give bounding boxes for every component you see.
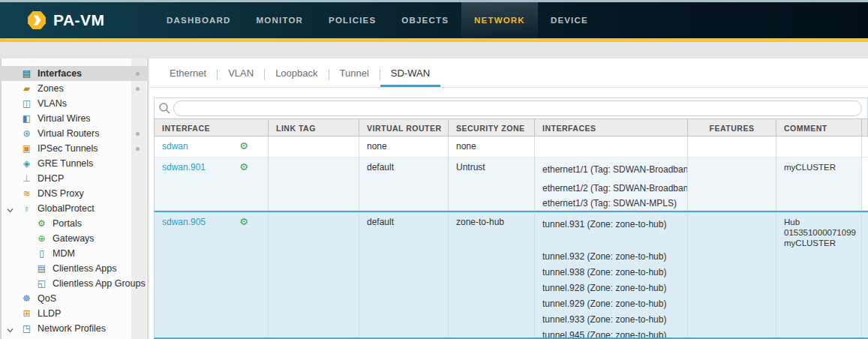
- table-header-row: INTERFACELINK TAGVIRTUAL ROUTERSECURITY …: [154, 118, 868, 136]
- sidebar-item-globalprotect[interactable]: ♁GlobalProtect: [2, 201, 147, 216]
- clientless-apps-icon: ▤: [35, 263, 48, 274]
- member-interface: tunnel.929 (Zone: zone-to-hub): [542, 296, 684, 312]
- sidebar-item-label: IPSec Tunnels: [38, 143, 98, 154]
- cell-interface: sdwan.905⚙: [155, 212, 269, 338]
- virtual-routers-icon: ⊛: [20, 128, 33, 139]
- sidebar-item-gateways[interactable]: ⊕Gateways: [2, 231, 147, 246]
- nav-item-dashboard[interactable]: DASHBOARD: [154, 2, 244, 38]
- tab-ethernet[interactable]: Ethernet: [159, 68, 217, 87]
- interface-link[interactable]: sdwan: [162, 141, 188, 157]
- cell-virtual-router: default: [359, 158, 449, 210]
- nav-item-policies[interactable]: POLICIES: [316, 2, 389, 38]
- nav-item-network[interactable]: NETWORK: [461, 2, 538, 38]
- interface-type-tabs: EthernetVLANLoopbackTunnelSD-WAN: [149, 58, 868, 88]
- table-row[interactable]: sdwan.905⚙defaultzone-to-hubtunnel.931 (…: [154, 211, 868, 339]
- dhcp-icon: ⊥: [20, 173, 33, 184]
- sidebar-item-vlans[interactable]: ◫VLANs: [2, 96, 147, 111]
- column-header-features[interactable]: FEATURES: [688, 119, 776, 136]
- table-row[interactable]: sdwan.901⚙defaultUntrustethernet1/1 (Tag…: [154, 158, 868, 211]
- cell-sliver: [862, 136, 868, 157]
- gear-icon[interactable]: ⚙: [239, 217, 248, 338]
- interfaces-icon: ▤: [20, 68, 33, 79]
- cell-interface: sdwan.901⚙: [155, 158, 269, 210]
- comment-line: Hub: [784, 217, 858, 227]
- chevron-down-icon[interactable]: [7, 326, 14, 332]
- column-header-virtual-router[interactable]: VIRTUAL ROUTER: [359, 119, 449, 136]
- member-interface: tunnel.932 (Zone: zone-to-hub): [542, 249, 684, 265]
- virtual-wires-icon: ◧: [20, 113, 33, 124]
- sidebar-item-network-profiles[interactable]: ◳Network Profiles: [2, 321, 147, 336]
- cell-sliver: [862, 158, 868, 210]
- column-header-interfaces[interactable]: INTERFACES: [535, 119, 688, 136]
- column-header-comment[interactable]: COMMENT: [776, 119, 862, 136]
- comment-line: myCLUSTER: [784, 162, 858, 172]
- sidebar-item-label: Network Profiles: [38, 323, 106, 334]
- table-row[interactable]: sdwan⚙nonenone: [154, 136, 868, 158]
- qos-icon: ☸: [20, 293, 33, 304]
- member-interface: ethernet1/1 (Tag: SDWAN-Broadband): [542, 162, 684, 177]
- accent-bar: [0, 38, 868, 42]
- sidebar-item-dhcp[interactable]: ⊥DHCP: [2, 171, 147, 186]
- tab-loopback[interactable]: Loopback: [265, 68, 328, 87]
- clientless-app-groups-icon: ◱: [35, 278, 48, 289]
- member-interface: ethernet1/2 (Tag: SDWAN-Broadband): [542, 181, 684, 196]
- column-header-interface[interactable]: INTERFACE: [155, 119, 269, 136]
- sidebar-item-virtual-routers[interactable]: ⊛Virtual Routers: [2, 126, 147, 141]
- sidebar-item-label: Virtual Routers: [38, 128, 99, 139]
- app-title: PA-VM: [53, 11, 105, 29]
- sidebar-item-zones[interactable]: ▰Zones: [2, 81, 147, 96]
- sidebar-item-clientless-apps[interactable]: ▤Clientless Apps: [2, 261, 147, 276]
- chevron-down-icon[interactable]: [7, 206, 14, 212]
- column-header-link-tag[interactable]: LINK TAG: [269, 119, 359, 136]
- status-dot-icon: [136, 87, 140, 91]
- cell-security-zone: zone-to-hub: [449, 212, 535, 338]
- tab-sd-wan[interactable]: SD-WAN: [380, 68, 440, 87]
- interface-link[interactable]: sdwan.901: [162, 162, 206, 210]
- sidebar-item-clientless-app-groups[interactable]: ◱Clientless App Groups: [2, 276, 147, 291]
- vlans-icon: ◫: [20, 98, 33, 109]
- interface-link[interactable]: sdwan.905: [162, 217, 206, 338]
- sidebar-item-portals[interactable]: ⚙Portals: [2, 216, 147, 231]
- column-header-security-zone[interactable]: SECURITY ZONE: [449, 119, 535, 136]
- gear-icon[interactable]: ⚙: [239, 162, 248, 210]
- sidebar-item-label: GlobalProtect: [38, 203, 95, 214]
- pa-vm-console: PA-VM DASHBOARDMONITORPOLICIESOBJECTSNET…: [0, 0, 868, 339]
- sidebar-item-ipsec-tunnels[interactable]: ▣IPSec Tunnels: [2, 141, 147, 156]
- sidebar-item-label: Clientless Apps: [53, 263, 116, 274]
- nav-item-monitor[interactable]: MONITOR: [244, 2, 317, 38]
- status-dot-icon: [136, 72, 140, 76]
- portals-icon: ⚙: [35, 218, 48, 229]
- cell-comment: myCLUSTER: [776, 158, 862, 210]
- main-panel: EthernetVLANLoopbackTunnelSD-WAN INTERFA…: [149, 58, 868, 339]
- ipsec-tunnels-icon: ▣: [20, 143, 33, 154]
- sidebar-item-qos[interactable]: ☸QoS: [2, 291, 147, 306]
- cell-interfaces: tunnel.931 (Zone: zone-to-hub)tunnel.932…: [535, 212, 688, 338]
- gateways-icon: ⊕: [35, 233, 48, 244]
- cell-comment: Hub015351000071099myCLUSTER: [776, 212, 862, 338]
- sidebar-item-label: Zones: [38, 83, 64, 94]
- sidebar-item-virtual-wires[interactable]: ◧Virtual Wires: [2, 111, 147, 126]
- sidebar-item-label: GRE Tunnels: [38, 158, 93, 169]
- cell-sliver: [862, 212, 868, 338]
- sidebar-item-mdm[interactable]: ▯MDM: [2, 246, 147, 261]
- tab-vlan[interactable]: VLAN: [218, 68, 264, 87]
- sidebar: ▤Interfaces▰Zones◫VLANs◧Virtual Wires⊛Vi…: [0, 58, 148, 339]
- sidebar-item-dns-proxy[interactable]: ≋DNS Proxy: [2, 186, 147, 201]
- cell-link-tag: [269, 158, 359, 210]
- cell-features: [688, 158, 776, 210]
- sidebar-item-gre-tunnels[interactable]: ◈GRE Tunnels: [2, 156, 147, 171]
- gear-icon[interactable]: ⚙: [239, 141, 248, 157]
- cell-comment: [776, 136, 862, 157]
- sidebar-item-label: MDM: [53, 248, 75, 259]
- sidebar-item-interfaces[interactable]: ▤Interfaces: [2, 66, 147, 81]
- nav-item-objects[interactable]: OBJECTS: [389, 2, 461, 38]
- table-box: INTERFACELINK TAGVIRTUAL ROUTERSECURITY …: [154, 98, 868, 339]
- sidebar-item-label: Gateways: [53, 233, 95, 244]
- sidebar-item-lldp[interactable]: ⊞LLDP: [2, 306, 147, 321]
- cell-interfaces: [535, 136, 688, 157]
- sidebar-item-label: DHCP: [38, 173, 64, 184]
- nav-item-device[interactable]: DEVICE: [538, 2, 601, 38]
- search-input[interactable]: [173, 100, 862, 116]
- cell-interface: sdwan⚙: [155, 136, 269, 157]
- tab-tunnel[interactable]: Tunnel: [329, 68, 380, 87]
